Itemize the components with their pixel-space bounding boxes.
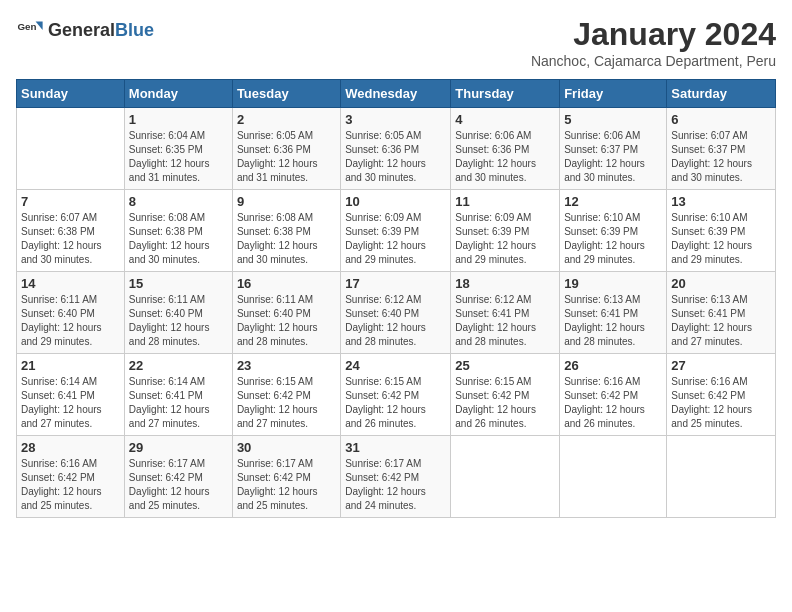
day-number: 26 — [564, 358, 662, 373]
day-detail: Sunrise: 6:12 AM Sunset: 6:40 PM Dayligh… — [345, 293, 446, 349]
day-detail: Sunrise: 6:17 AM Sunset: 6:42 PM Dayligh… — [237, 457, 336, 513]
calendar-week-row: 1Sunrise: 6:04 AM Sunset: 6:35 PM Daylig… — [17, 108, 776, 190]
day-header-tuesday: Tuesday — [232, 80, 340, 108]
calendar-cell — [560, 436, 667, 518]
day-detail: Sunrise: 6:16 AM Sunset: 6:42 PM Dayligh… — [21, 457, 120, 513]
day-header-sunday: Sunday — [17, 80, 125, 108]
calendar-cell: 17Sunrise: 6:12 AM Sunset: 6:40 PM Dayli… — [341, 272, 451, 354]
calendar-table: SundayMondayTuesdayWednesdayThursdayFrid… — [16, 79, 776, 518]
calendar-week-row: 28Sunrise: 6:16 AM Sunset: 6:42 PM Dayli… — [17, 436, 776, 518]
logo-text-general: General — [48, 20, 115, 40]
day-detail: Sunrise: 6:15 AM Sunset: 6:42 PM Dayligh… — [237, 375, 336, 431]
day-number: 30 — [237, 440, 336, 455]
calendar-cell: 1Sunrise: 6:04 AM Sunset: 6:35 PM Daylig… — [124, 108, 232, 190]
day-number: 14 — [21, 276, 120, 291]
day-number: 16 — [237, 276, 336, 291]
day-number: 1 — [129, 112, 228, 127]
calendar-week-row: 7Sunrise: 6:07 AM Sunset: 6:38 PM Daylig… — [17, 190, 776, 272]
calendar-body: 1Sunrise: 6:04 AM Sunset: 6:35 PM Daylig… — [17, 108, 776, 518]
day-number: 24 — [345, 358, 446, 373]
calendar-cell: 8Sunrise: 6:08 AM Sunset: 6:38 PM Daylig… — [124, 190, 232, 272]
day-detail: Sunrise: 6:16 AM Sunset: 6:42 PM Dayligh… — [564, 375, 662, 431]
title-block: January 2024 Nanchoc, Cajamarca Departme… — [531, 16, 776, 69]
calendar-cell: 14Sunrise: 6:11 AM Sunset: 6:40 PM Dayli… — [17, 272, 125, 354]
day-detail: Sunrise: 6:05 AM Sunset: 6:36 PM Dayligh… — [237, 129, 336, 185]
calendar-cell: 29Sunrise: 6:17 AM Sunset: 6:42 PM Dayli… — [124, 436, 232, 518]
day-number: 17 — [345, 276, 446, 291]
svg-marker-1 — [36, 22, 43, 30]
calendar-cell: 27Sunrise: 6:16 AM Sunset: 6:42 PM Dayli… — [667, 354, 776, 436]
day-header-saturday: Saturday — [667, 80, 776, 108]
day-detail: Sunrise: 6:14 AM Sunset: 6:41 PM Dayligh… — [21, 375, 120, 431]
day-header-wednesday: Wednesday — [341, 80, 451, 108]
day-number: 3 — [345, 112, 446, 127]
day-number: 10 — [345, 194, 446, 209]
day-detail: Sunrise: 6:15 AM Sunset: 6:42 PM Dayligh… — [455, 375, 555, 431]
day-detail: Sunrise: 6:11 AM Sunset: 6:40 PM Dayligh… — [129, 293, 228, 349]
logo: Gen GeneralBlue — [16, 16, 154, 44]
day-detail: Sunrise: 6:06 AM Sunset: 6:36 PM Dayligh… — [455, 129, 555, 185]
day-number: 11 — [455, 194, 555, 209]
calendar-cell: 23Sunrise: 6:15 AM Sunset: 6:42 PM Dayli… — [232, 354, 340, 436]
day-detail: Sunrise: 6:07 AM Sunset: 6:38 PM Dayligh… — [21, 211, 120, 267]
calendar-cell: 28Sunrise: 6:16 AM Sunset: 6:42 PM Dayli… — [17, 436, 125, 518]
page-header: Gen GeneralBlue January 2024 Nanchoc, Ca… — [16, 16, 776, 69]
day-detail: Sunrise: 6:17 AM Sunset: 6:42 PM Dayligh… — [345, 457, 446, 513]
day-detail: Sunrise: 6:15 AM Sunset: 6:42 PM Dayligh… — [345, 375, 446, 431]
day-detail: Sunrise: 6:17 AM Sunset: 6:42 PM Dayligh… — [129, 457, 228, 513]
calendar-cell: 19Sunrise: 6:13 AM Sunset: 6:41 PM Dayli… — [560, 272, 667, 354]
day-detail: Sunrise: 6:16 AM Sunset: 6:42 PM Dayligh… — [671, 375, 771, 431]
day-detail: Sunrise: 6:14 AM Sunset: 6:41 PM Dayligh… — [129, 375, 228, 431]
calendar-header-row: SundayMondayTuesdayWednesdayThursdayFrid… — [17, 80, 776, 108]
day-detail: Sunrise: 6:10 AM Sunset: 6:39 PM Dayligh… — [671, 211, 771, 267]
calendar-cell: 15Sunrise: 6:11 AM Sunset: 6:40 PM Dayli… — [124, 272, 232, 354]
day-number: 8 — [129, 194, 228, 209]
day-detail: Sunrise: 6:11 AM Sunset: 6:40 PM Dayligh… — [237, 293, 336, 349]
day-number: 28 — [21, 440, 120, 455]
day-number: 6 — [671, 112, 771, 127]
calendar-week-row: 21Sunrise: 6:14 AM Sunset: 6:41 PM Dayli… — [17, 354, 776, 436]
day-number: 25 — [455, 358, 555, 373]
calendar-cell: 5Sunrise: 6:06 AM Sunset: 6:37 PM Daylig… — [560, 108, 667, 190]
day-number: 9 — [237, 194, 336, 209]
day-detail: Sunrise: 6:10 AM Sunset: 6:39 PM Dayligh… — [564, 211, 662, 267]
calendar-cell: 2Sunrise: 6:05 AM Sunset: 6:36 PM Daylig… — [232, 108, 340, 190]
day-number: 4 — [455, 112, 555, 127]
day-detail: Sunrise: 6:09 AM Sunset: 6:39 PM Dayligh… — [345, 211, 446, 267]
day-detail: Sunrise: 6:11 AM Sunset: 6:40 PM Dayligh… — [21, 293, 120, 349]
calendar-cell: 10Sunrise: 6:09 AM Sunset: 6:39 PM Dayli… — [341, 190, 451, 272]
calendar-cell: 9Sunrise: 6:08 AM Sunset: 6:38 PM Daylig… — [232, 190, 340, 272]
calendar-cell: 7Sunrise: 6:07 AM Sunset: 6:38 PM Daylig… — [17, 190, 125, 272]
day-number: 21 — [21, 358, 120, 373]
day-number: 22 — [129, 358, 228, 373]
day-detail: Sunrise: 6:13 AM Sunset: 6:41 PM Dayligh… — [564, 293, 662, 349]
calendar-cell: 11Sunrise: 6:09 AM Sunset: 6:39 PM Dayli… — [451, 190, 560, 272]
calendar-cell — [451, 436, 560, 518]
day-number: 13 — [671, 194, 771, 209]
day-number: 5 — [564, 112, 662, 127]
day-number: 12 — [564, 194, 662, 209]
day-detail: Sunrise: 6:05 AM Sunset: 6:36 PM Dayligh… — [345, 129, 446, 185]
calendar-cell — [667, 436, 776, 518]
day-header-friday: Friday — [560, 80, 667, 108]
day-detail: Sunrise: 6:13 AM Sunset: 6:41 PM Dayligh… — [671, 293, 771, 349]
calendar-cell: 12Sunrise: 6:10 AM Sunset: 6:39 PM Dayli… — [560, 190, 667, 272]
calendar-cell: 30Sunrise: 6:17 AM Sunset: 6:42 PM Dayli… — [232, 436, 340, 518]
calendar-cell: 13Sunrise: 6:10 AM Sunset: 6:39 PM Dayli… — [667, 190, 776, 272]
svg-text:Gen: Gen — [17, 21, 36, 32]
day-detail: Sunrise: 6:08 AM Sunset: 6:38 PM Dayligh… — [237, 211, 336, 267]
day-detail: Sunrise: 6:09 AM Sunset: 6:39 PM Dayligh… — [455, 211, 555, 267]
day-number: 27 — [671, 358, 771, 373]
calendar-cell: 22Sunrise: 6:14 AM Sunset: 6:41 PM Dayli… — [124, 354, 232, 436]
month-title: January 2024 — [531, 16, 776, 53]
day-number: 31 — [345, 440, 446, 455]
day-number: 29 — [129, 440, 228, 455]
calendar-cell: 24Sunrise: 6:15 AM Sunset: 6:42 PM Dayli… — [341, 354, 451, 436]
day-number: 7 — [21, 194, 120, 209]
location-subtitle: Nanchoc, Cajamarca Department, Peru — [531, 53, 776, 69]
calendar-cell — [17, 108, 125, 190]
day-number: 23 — [237, 358, 336, 373]
calendar-cell: 26Sunrise: 6:16 AM Sunset: 6:42 PM Dayli… — [560, 354, 667, 436]
logo-icon: Gen — [16, 16, 44, 44]
day-number: 2 — [237, 112, 336, 127]
